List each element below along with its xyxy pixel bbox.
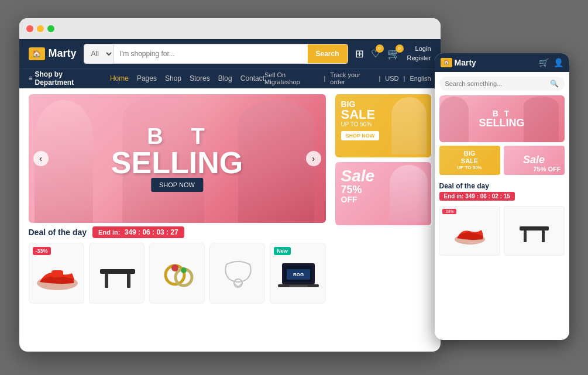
mobile-big-label: BIG <box>457 150 482 157</box>
nav-shop[interactable]: Shop <box>165 74 181 82</box>
deal-countdown: 349 : 06 : 03 : 27 <box>125 228 178 236</box>
search-button[interactable]: Search <box>308 44 348 63</box>
logo-text: Marty <box>49 47 77 60</box>
product-badge-new: New <box>274 247 291 255</box>
product-image <box>215 253 262 294</box>
shop-by-department[interactable]: ≡ Shop by Department <box>29 70 101 87</box>
nav-links: Home Pages Shop Stores Blog Contact <box>110 74 264 82</box>
shop-now-button[interactable]: SHOP NOW <box>151 178 203 192</box>
product-card[interactable]: -33% <box>29 243 84 304</box>
mobile-figure-left <box>439 97 469 142</box>
login-area[interactable]: Login Register <box>407 44 431 63</box>
mobile-user-icon[interactable]: 👤 <box>553 58 563 67</box>
mobile-countdown: 349 : 06 : 02 : 15 <box>465 193 510 199</box>
slider-prev-button[interactable]: ‹ <box>33 151 49 166</box>
svg-point-7 <box>171 264 178 271</box>
compare-icon: ⊞ <box>355 48 364 60</box>
mobile-logo-text: Marty <box>455 58 476 67</box>
product-image: ROG <box>275 253 322 294</box>
minimize-dot[interactable] <box>37 25 44 32</box>
mobile-hero-text: B T SELLING <box>479 109 524 128</box>
nav-right: Sell On Migrateshop | Track your order |… <box>264 71 431 85</box>
product-image <box>94 253 141 294</box>
mobile-browser: 🏠 Marty 🛒 👤 🔍 B T SELLING <box>435 53 569 340</box>
svg-rect-19 <box>542 230 545 242</box>
mobile-cart-icon[interactable]: 🛒 <box>539 58 549 67</box>
hero-area: B T SELLING SHOP NOW ‹ › Deal of the day… <box>19 88 335 339</box>
desktop-browser: 🏠 Marty All Search ⊞ ♡ 0 <box>19 18 441 352</box>
product-card[interactable] <box>209 243 265 304</box>
mobile-product-badge: -33% <box>442 209 456 214</box>
svg-rect-18 <box>524 230 527 242</box>
nav-pages[interactable]: Pages <box>137 74 157 82</box>
mobile-header: 🏠 Marty 🛒 👤 <box>435 53 569 72</box>
language-select[interactable]: English <box>410 75 431 82</box>
mobile-figure-right <box>524 97 559 142</box>
person-figure-right <box>238 100 314 223</box>
product-card[interactable]: New ROG <box>270 243 325 304</box>
mobile-product-card[interactable] <box>504 206 565 256</box>
wishlist-icon-wrap[interactable]: ♡ 0 <box>371 47 380 60</box>
mobile-end-in-label: End in: <box>444 193 464 199</box>
sale-banner[interactable]: Sale 75% OFF <box>335 162 431 225</box>
big-sale-banner[interactable]: BIG SALE UP TO 50% SHOP NOW <box>335 94 431 157</box>
register-label: Register <box>407 54 431 63</box>
nav-contact[interactable]: Contact <box>240 74 264 82</box>
browser-chrome <box>19 18 441 39</box>
compare-icon-wrap[interactable]: ⊞ <box>355 47 364 60</box>
currency-select[interactable]: USD <box>385 75 398 82</box>
mobile-hero-line2: SELLING <box>479 118 524 128</box>
svg-rect-13 <box>289 285 308 287</box>
mobile-header-icons: 🛒 👤 <box>539 58 563 67</box>
search-category-select[interactable]: All <box>84 44 114 63</box>
svg-rect-4 <box>127 274 130 288</box>
nav-bar: ≡ Shop by Department Home Pages Shop Sto… <box>19 68 441 88</box>
mobile-big-sale-banner[interactable]: BIG SALE UP TO 50% <box>439 146 500 175</box>
mobile-product-image <box>517 215 552 247</box>
product-badge-sale: -33% <box>33 247 51 255</box>
slider-next-button[interactable]: › <box>306 151 321 166</box>
hero-big-text-line1: B T <box>111 125 243 147</box>
hamburger-icon: ≡ <box>29 74 33 82</box>
close-dot[interactable] <box>26 25 33 32</box>
cart-badge: 0 <box>396 44 404 53</box>
mobile-search-icon[interactable]: 🔍 <box>550 80 559 88</box>
sell-link[interactable]: Sell On Migrateshop <box>264 71 319 85</box>
mobile-hero: B T SELLING <box>439 95 565 142</box>
hero-big-text-line2: SELLING <box>111 147 243 178</box>
mobile-search-bar: 🔍 <box>439 77 565 91</box>
nav-home[interactable]: Home <box>110 74 129 82</box>
maximize-dot[interactable] <box>47 25 54 32</box>
nav-stores[interactable]: Stores <box>190 74 210 82</box>
track-order-link[interactable]: Track your order <box>330 71 374 85</box>
mobile-product-card[interactable]: -33% <box>439 206 500 256</box>
mobile-search-input[interactable] <box>445 80 546 87</box>
nav-blog[interactable]: Blog <box>218 74 232 82</box>
browser-content: 🏠 Marty All Search ⊞ ♡ 0 <box>19 39 441 352</box>
big-sale-btn[interactable]: SHOP NOW <box>341 131 380 140</box>
deal-timer: End in: 349 : 06 : 03 : 27 <box>92 226 184 238</box>
svg-rect-17 <box>520 226 549 230</box>
svg-text:ROG: ROG <box>293 272 304 277</box>
main-content: B T SELLING SHOP NOW ‹ › Deal of the day… <box>19 88 441 339</box>
hero-text: B T SELLING SHOP NOW <box>111 125 243 192</box>
mobile-sale-banner[interactable]: Sale 75% OFF <box>504 146 565 175</box>
banner-figure-2 <box>390 165 428 222</box>
svg-rect-3 <box>105 274 108 288</box>
cart-icon-wrap[interactable]: 🛒 0 <box>387 47 400 60</box>
logo[interactable]: 🏠 Marty <box>29 47 77 60</box>
mobile-deal-title: Deal of the day <box>439 182 565 190</box>
product-image <box>154 253 201 294</box>
mobile-mini-banners: BIG SALE UP TO 50% Sale 75% OFF <box>439 146 565 175</box>
search-input[interactable] <box>114 44 308 63</box>
mobile-sale-sub: UP TO 50% <box>457 165 482 171</box>
mobile-logo[interactable]: 🏠 Marty <box>441 58 476 67</box>
product-card[interactable] <box>89 243 145 304</box>
product-card[interactable] <box>149 243 205 304</box>
svg-rect-1 <box>51 270 63 277</box>
svg-point-8 <box>181 267 187 273</box>
scene: 🏠 Marty All Search ⊞ ♡ 0 <box>19 18 569 357</box>
svg-point-9 <box>234 279 242 287</box>
mobile-deal-timer: End in: 349 : 06 : 02 : 15 <box>439 192 515 201</box>
wishlist-badge: 0 <box>376 44 384 53</box>
